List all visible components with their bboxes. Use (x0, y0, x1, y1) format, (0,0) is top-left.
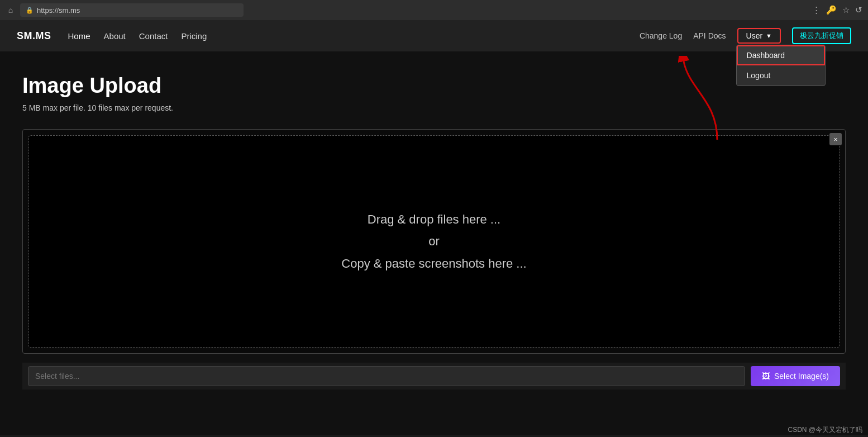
select-files-input[interactable] (28, 366, 745, 386)
nav-contact[interactable]: Contact (139, 31, 168, 41)
dropdown-dashboard[interactable]: Dashboard (737, 45, 825, 65)
drop-line3: Copy & paste screenshots here ... (341, 253, 526, 275)
close-button[interactable]: × (829, 133, 842, 145)
user-button-wrapper: User ▼ Dashboard Logout (737, 28, 781, 44)
nav-links: Home About Contact Pricing (68, 31, 207, 41)
address-bar[interactable]: 🔒 https://sm.ms (20, 3, 244, 17)
browser-right-icons: ⋮ 🔑 ☆ ↺ (812, 5, 862, 15)
footer-watermark: CSDN @今天又宕机了吗 (788, 425, 862, 435)
star-icon[interactable]: ☆ (842, 5, 850, 15)
browser-chrome: ⌂ 🔒 https://sm.ms ⋮ 🔑 ☆ ↺ (0, 0, 868, 20)
user-label: User (746, 31, 763, 40)
menu-icon[interactable]: ⋮ (812, 5, 821, 15)
nav-right: Change Log API Docs User ▼ Dashboard Log… (640, 27, 851, 44)
user-button[interactable]: User ▼ (737, 28, 781, 44)
subtitle: 5 MB max per file. 10 files max per requ… (22, 103, 846, 112)
browser-nav-icons: ⌂ (6, 5, 16, 15)
drop-line1: Drag & drop files here ... (341, 208, 526, 231)
navbar: SM.MS Home About Contact Pricing Change … (0, 20, 868, 51)
brand-logo: SM.MS (17, 30, 51, 42)
api-docs-link[interactable]: API Docs (693, 31, 726, 40)
main-content: Image Upload 5 MB max per file. 10 files… (0, 51, 868, 435)
changelog-link[interactable]: Change Log (640, 31, 682, 40)
drop-zone[interactable]: Drag & drop files here ... or Copy & pas… (28, 135, 840, 348)
dropdown-logout[interactable]: Logout (737, 65, 825, 86)
image-icon: 🖼 (762, 372, 770, 381)
page-title: Image Upload (22, 74, 846, 98)
user-dropdown: Dashboard Logout (736, 45, 826, 86)
key-icon[interactable]: 🔑 (826, 5, 837, 15)
nav-about[interactable]: About (104, 31, 126, 41)
lock-icon: 🔒 (26, 7, 34, 14)
promo-button[interactable]: 极云九折促销 (792, 27, 851, 44)
nav-pricing[interactable]: Pricing (181, 31, 207, 41)
nav-home[interactable]: Home (68, 31, 90, 41)
select-images-label: Select Image(s) (774, 372, 829, 381)
url-text: https://sm.ms (37, 6, 80, 15)
history-icon[interactable]: ↺ (855, 5, 862, 15)
select-images-button[interactable]: 🖼 Select Image(s) (751, 366, 840, 386)
drop-text: Drag & drop files here ... or Copy & pas… (341, 208, 526, 275)
nav-home-icon[interactable]: ⌂ (6, 5, 16, 15)
bottom-bar: 🖼 Select Image(s) (22, 363, 846, 390)
chevron-down-icon: ▼ (766, 32, 772, 39)
upload-container: × Drag & drop files here ... or Copy & p… (22, 129, 846, 354)
drop-line2: or (341, 230, 526, 253)
